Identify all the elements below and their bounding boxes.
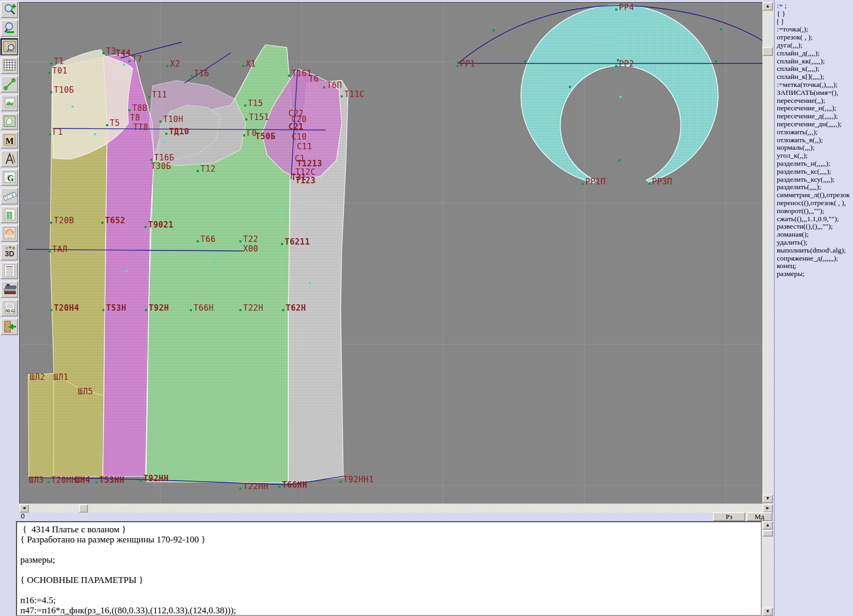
toolbar-button-grid[interactable] xyxy=(1,57,18,74)
command-item[interactable]: размеры; xyxy=(777,270,853,278)
point-marker xyxy=(145,309,147,311)
toolbar-button-threed[interactable]: 3D xyxy=(1,244,18,261)
command-item[interactable]: сопряжение_д(,,,,,,); xyxy=(777,255,853,263)
rz-button[interactable]: Рз xyxy=(713,512,745,521)
command-panel: := ;{ }[ ]:=точка(,);отрезок( , );дуга(,… xyxy=(774,0,853,616)
command-item[interactable]: сплайн_кк(,,,,,); xyxy=(777,58,853,66)
command-item[interactable]: ЗАПИСАТЬ(имя=(), xyxy=(777,89,853,97)
threed-icon: 3D xyxy=(2,245,17,259)
app-window: { "window": {"title": "Грация — конструи… xyxy=(0,0,853,616)
point-marker xyxy=(340,481,342,483)
md-button[interactable]: Мд xyxy=(746,512,772,521)
construction-line xyxy=(184,53,231,83)
canvas-vscrollbar[interactable]: ▲ ▼ xyxy=(762,2,773,503)
command-item[interactable]: { } xyxy=(777,10,853,18)
pattern-label: РР1П xyxy=(585,177,606,187)
point-marker xyxy=(150,159,152,161)
pattern-label: РР1 xyxy=(460,59,476,69)
pattern-label: Т20В xyxy=(54,216,74,225)
command-item[interactable]: конец; xyxy=(777,262,853,270)
toolbar-button-zoom-out[interactable] xyxy=(1,20,18,37)
command-item[interactable]: поворот((),,,""); xyxy=(777,207,853,215)
list-icon xyxy=(2,264,17,278)
command-item[interactable]: разделить_ксу(,,,,); xyxy=(777,176,853,184)
toolbar-button-m-letter[interactable]: M xyxy=(1,132,18,149)
command-item[interactable]: сжать((),,,1.1,0.9,""); xyxy=(777,215,853,223)
command-item[interactable]: :=точка(,); xyxy=(777,26,853,34)
command-item[interactable]: отложить(,,,); xyxy=(777,128,853,136)
pattern-label: Т6211 xyxy=(285,237,310,247)
toolbar-button-portrait[interactable] xyxy=(1,225,18,242)
command-item[interactable]: пересечение(,,); xyxy=(777,97,853,105)
pattern-label: Т11С xyxy=(344,90,365,99)
scroll-left-icon[interactable]: ◄ xyxy=(19,504,29,513)
canvas-hscrollbar[interactable]: ◄ xyxy=(19,504,762,513)
pattern-label: Х00 xyxy=(243,244,259,254)
command-item[interactable]: выполнить(dmod\.alg); xyxy=(777,247,853,255)
command-item[interactable]: симметрия_л((),отрезок xyxy=(777,191,853,199)
toolbar-button-picture[interactable] xyxy=(1,94,18,111)
pattern-label: С21 xyxy=(288,122,304,132)
segment-icon xyxy=(2,77,17,91)
toolbar-button-books[interactable] xyxy=(1,281,18,298)
scroll-down-icon[interactable]: ▼ xyxy=(762,495,773,503)
point-marker xyxy=(159,120,162,123)
command-item[interactable]: разделить_кс(,,,,); xyxy=(777,168,853,176)
scroll-up-icon[interactable]: ▲ xyxy=(762,521,773,530)
command-item[interactable]: дуга(,,,); xyxy=(777,42,853,50)
pattern-label: РР3П xyxy=(652,177,672,187)
point-marker xyxy=(341,95,343,98)
toolbar-button-zoom-in[interactable] xyxy=(1,1,18,18)
command-item[interactable]: := ; xyxy=(777,2,853,10)
view-piece-icon xyxy=(2,40,17,54)
canvas-hscroll-thumb[interactable] xyxy=(79,504,88,513)
command-item[interactable]: развести((),(),,,""); xyxy=(777,223,853,231)
command-item[interactable]: сплайн_к[](,,,,); xyxy=(777,73,853,81)
command-item[interactable]: угол_к(,,); xyxy=(777,152,853,160)
command-item[interactable]: отложить_в(,,); xyxy=(777,136,853,144)
pattern-label: Т22Н xyxy=(243,303,263,313)
scroll-up-icon[interactable]: ▲ xyxy=(762,2,773,11)
command-item[interactable]: отрезок( , ); xyxy=(777,34,853,42)
toolbar-button-g-letter[interactable]: G xyxy=(1,169,18,186)
code-vscroll-thumb[interactable] xyxy=(762,530,773,537)
pattern-label: С11 xyxy=(297,142,312,151)
toolbar-button-piece-frame[interactable] xyxy=(1,113,18,130)
toolbar-button-ruler[interactable]: 78 xyxy=(1,188,18,205)
point-marker xyxy=(239,240,242,242)
command-item[interactable]: разделить(,,,,); xyxy=(777,183,853,191)
toolbar-button-alg[interactable]: ALG xyxy=(1,299,18,317)
scroll-right-icon[interactable]: ► xyxy=(762,504,773,513)
point-marker xyxy=(457,61,459,63)
command-item[interactable]: удалить(); xyxy=(777,239,853,247)
command-item[interactable]: сплайн_к(,,,,); xyxy=(777,65,853,73)
command-item[interactable]: пересечение_н(,,,,); xyxy=(777,104,853,112)
toolbar-button-view-piece[interactable] xyxy=(1,38,18,55)
point-marker xyxy=(323,86,325,88)
scroll-down-icon[interactable]: ▼ xyxy=(762,607,773,616)
toolbar-button-segment[interactable] xyxy=(1,76,18,93)
drawing-canvas[interactable]: Т1Т01Т10БТ3Т44Т7Х2Т16Т11Т8ВТ8Т5ТТ8Т10НГ1… xyxy=(19,2,763,504)
pattern-drawing: Т1Т01Т10БТ3Т44Т7Х2Т16Т11Т8ВТ8Т5ТТ8Т10НГ1… xyxy=(20,3,763,504)
toolbar-button-table[interactable] xyxy=(1,206,18,223)
command-item[interactable]: нормаль(,,,); xyxy=(777,144,853,152)
point-marker-cyan xyxy=(123,63,125,66)
command-item[interactable]: пересечение_дн(,,,,,); xyxy=(777,120,853,128)
point-marker-cyan xyxy=(277,207,279,209)
command-item[interactable]: :=метка(точка(,),,,,); xyxy=(777,81,853,89)
toolbar-button-drafting[interactable] xyxy=(1,150,18,167)
point-marker xyxy=(49,72,51,74)
toolbar-button-list[interactable] xyxy=(1,262,18,279)
command-item[interactable]: сплайн_д(,,,,); xyxy=(777,50,853,58)
code-vscrollbar[interactable]: ▲ ▼ xyxy=(762,521,773,616)
command-item[interactable]: [ ] xyxy=(777,18,853,26)
command-item[interactable]: ломаная(); xyxy=(777,231,853,239)
command-item[interactable]: пересечение_д(,,,,,); xyxy=(777,112,853,120)
command-item[interactable]: разделить_н(,,,,,); xyxy=(777,160,853,168)
point-marker xyxy=(288,75,290,77)
command-item[interactable]: перенос((),отрезок( , ), xyxy=(777,199,853,207)
pattern-label: ТТ8 xyxy=(133,123,149,132)
code-editor[interactable]: { 4314 Платье с воланом }{ Разработано н… xyxy=(16,521,762,616)
canvas-vscroll-thumb[interactable] xyxy=(762,47,773,56)
toolbar-button-exit[interactable] xyxy=(1,318,18,335)
